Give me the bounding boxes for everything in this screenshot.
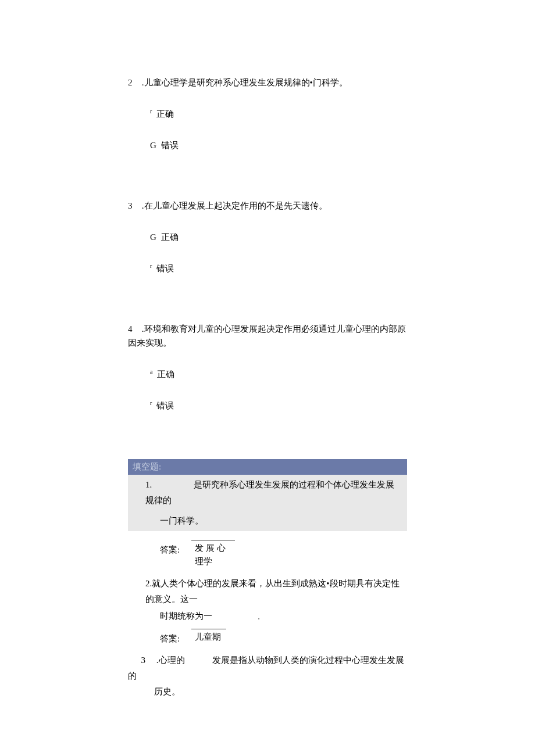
fill-q3-line1: 3 .心理的 发展是指从动物到人类的演化过程中心理发生发展的 [128,653,407,684]
radio-marker: r [150,108,152,114]
option-correct[interactable]: a 正确 [150,367,407,381]
fill-text: .心理的 [156,655,185,665]
question-number: 2 [128,76,140,89]
fill-q2-line1: 2.就人类个体心理的发展来看，从出生到成熟这•段时期具有决定性的意义。这一 [145,576,407,607]
fill-blank-section-header: 填空题: [128,459,407,475]
option-wrong[interactable]: r 错误 [150,261,407,275]
option-label: 错误 [156,401,174,410]
question-4: 4 .环境和教育对儿童的心理发展起决定作用必须通过儿童心理的内部原因来实现。 a… [128,322,407,413]
radio-marker: r [150,263,152,269]
fill-text: 时期统称为一 [160,611,212,621]
question-body: .儿童心理学是研究种系心理发生发展规律的•门科学。 [142,78,348,87]
question-3: 3 .在儿童心理发展上起决定作用的不是先天遗传。 G 正确 r 错误 [128,199,407,275]
fill-text: 2.就人类个体心理的发展来看，从出生到成熟这•段时期具有决定性的意义。这一 [145,579,400,604]
radio-marker: r [150,400,152,406]
fill-text: 一门科学。 [160,516,204,525]
option-wrong[interactable]: r 错误 [150,399,407,413]
option-correct[interactable]: G 正确 [150,230,407,244]
question-body: .在儿童心理发展上起决定作用的不是先天遗传。 [142,201,327,210]
answer-label: 答案: [160,540,180,557]
fill-q2-line2: 时期统称为一 。 [160,608,407,624]
answer-value: 儿童期 [191,629,226,645]
question-2: 2 .儿童心理学是研究种系心理发生发展规律的•门科学。 r 正确 G 错误 [128,76,407,152]
question-body: .环境和教育对儿童的心理发展起决定作用必须通过儿童心理的内部原因来实现。 [128,324,406,347]
radio-marker: a [150,368,152,375]
fill-q1-line1: 1. 是研究种系心理发生发展的过程和个体心理发生发展规律的 [128,475,407,511]
question-2-text: 2 .儿童心理学是研究种系心理发生发展规律的•门科学。 [128,76,407,89]
fill-blank-questions: 1. 是研究种系心理发生发展的过程和个体心理发生发展规律的 一门科学。 答案: … [128,475,407,700]
fill-text: 历史。 [154,687,180,696]
fill-number: 3 [128,653,145,668]
fill-number: 1. [145,477,160,493]
option-label: 正确 [157,370,174,379]
fill-q1-answer: 答案: 发 展 心 理学 [160,540,407,569]
question-3-text: 3 .在儿童心理发展上起决定作用的不是先天遗传。 [128,199,407,213]
option-label: 错误 [161,141,179,150]
radio-marker: G [150,232,156,242]
fill-text: 。 [258,614,263,620]
option-wrong[interactable]: G 错误 [150,138,407,152]
question-number: 3 [128,199,140,213]
option-correct[interactable]: r 正确 [150,107,407,121]
option-label: 正确 [156,109,174,119]
fill-q1-line2: 一门科学。 [128,511,407,531]
answer-value: 发 展 心 理学 [191,540,235,569]
question-number: 4 [128,322,140,336]
fill-q3-line2: 历史。 [154,684,407,700]
radio-marker: G [150,141,156,150]
answer-label: 答案: [160,629,180,646]
question-4-text: 4 .环境和教育对儿童的心理发展起决定作用必须通过儿童心理的内部原因来实现。 [128,322,407,350]
option-label: 错误 [156,264,174,273]
fill-text: 是研究种系心理发生发展的过程和个体心理发生发展规律的 [145,480,394,505]
fill-q2-answer: 答案: 儿童期 [160,629,407,646]
option-label: 正确 [161,232,179,242]
